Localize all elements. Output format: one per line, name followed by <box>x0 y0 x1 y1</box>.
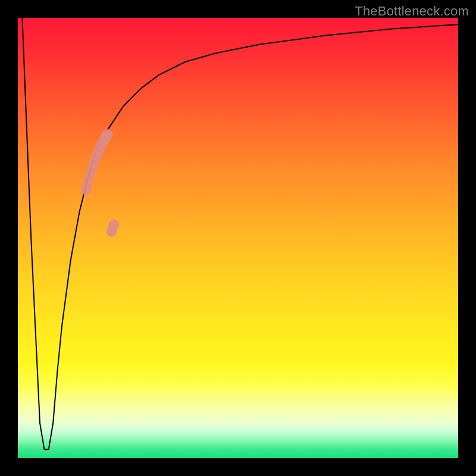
highlight-dot <box>102 129 112 140</box>
curve-layer <box>22 18 458 449</box>
watermark-text: TheBottleneck.com <box>355 4 469 19</box>
plot-area <box>18 18 458 458</box>
highlight-dots-layer <box>81 129 120 237</box>
bottleneck-curve-path <box>22 18 458 449</box>
chart-stage: TheBottleneck.com <box>0 0 476 476</box>
highlight-dot <box>108 220 119 230</box>
curve-svg <box>18 18 458 458</box>
